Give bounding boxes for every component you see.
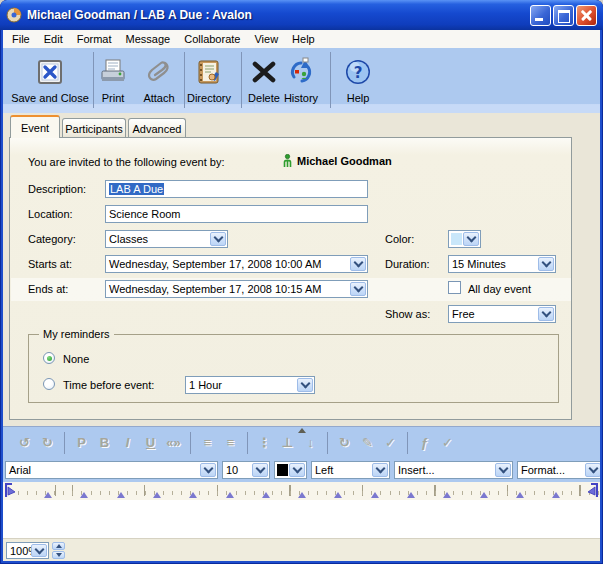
underline-icon: U: [142, 435, 159, 450]
font-size-dropdown[interactable]: 10: [222, 461, 270, 479]
location-input[interactable]: Science Room: [105, 205, 368, 223]
toolbar-separator: [327, 432, 328, 454]
show-as-dropdown[interactable]: Free: [448, 305, 556, 323]
toolbar-button-label: Print: [102, 92, 125, 104]
zoom-dropdown[interactable]: 100%: [6, 542, 49, 559]
chevron-down-icon[interactable]: [210, 232, 226, 246]
bold-icon: B: [96, 435, 113, 450]
duration-label: Duration:: [385, 258, 430, 270]
chevron-down-icon[interactable]: [463, 232, 479, 246]
insert-dropdown[interactable]: Insert...: [394, 461, 513, 479]
tabstop-marker[interactable]: [189, 492, 197, 498]
attach-button[interactable]: Attach: [137, 55, 181, 104]
toolbar-grip-icon[interactable]: [298, 428, 306, 433]
history-button[interactable]: History: [278, 55, 324, 104]
spin-down-button[interactable]: [52, 551, 65, 559]
toolbar-separator: [330, 52, 331, 108]
reminder-time-dropdown[interactable]: 1 Hour: [185, 376, 315, 394]
color-dropdown[interactable]: [448, 230, 481, 248]
directory-button[interactable]: Directory: [182, 55, 236, 104]
accept-edit-icon: ✓: [382, 435, 399, 450]
ends-at-label: Ends at:: [28, 283, 68, 295]
tabstop-marker[interactable]: [516, 492, 524, 498]
tabstop-marker[interactable]: [44, 492, 52, 498]
reminder-time-radio[interactable]: [43, 378, 55, 390]
tabstop-marker[interactable]: [443, 492, 451, 498]
tabstop-marker[interactable]: [480, 492, 488, 498]
minimize-button[interactable]: [530, 5, 551, 26]
reminder-none-radio[interactable]: [43, 352, 55, 364]
chevron-down-icon[interactable]: [297, 378, 313, 392]
category-dropdown[interactable]: Classes: [105, 230, 228, 248]
tabstop-marker[interactable]: [552, 492, 560, 498]
chevron-down-icon[interactable]: [495, 463, 511, 477]
tab-participants[interactable]: Participants: [62, 118, 126, 138]
chevron-down-icon[interactable]: [31, 544, 47, 557]
chevron-down-icon[interactable]: [289, 463, 305, 477]
spin-up-button[interactable]: [52, 542, 65, 550]
font-bar: Arial 10 Left Insert... Format...: [3, 458, 600, 482]
tabstop-marker[interactable]: [298, 492, 306, 498]
ends-at-dropdown[interactable]: Wednesday, September 17, 2008 10:15 AM: [105, 280, 368, 298]
align-dropdown[interactable]: Left: [311, 461, 390, 479]
reminder-time-label: Time before event:: [63, 379, 154, 391]
location-value: Science Room: [109, 208, 181, 220]
chevron-down-icon[interactable]: [252, 463, 268, 477]
font-family-dropdown[interactable]: Arial: [5, 461, 218, 479]
ruler: [3, 482, 600, 500]
right-margin-marker[interactable]: [587, 483, 598, 498]
save-and-close-button[interactable]: Save and Close: [7, 55, 93, 104]
tabstop-marker[interactable]: [371, 492, 379, 498]
tabstop-marker[interactable]: [153, 492, 161, 498]
chevron-down-icon[interactable]: [200, 463, 216, 477]
menu-edit[interactable]: Edit: [37, 31, 70, 47]
menu-view[interactable]: View: [247, 31, 285, 47]
menu-format[interactable]: Format: [70, 31, 119, 47]
font-color-dropdown[interactable]: [274, 461, 307, 479]
history-icon: [284, 55, 318, 89]
chevron-down-icon[interactable]: [350, 282, 366, 296]
chevron-down-icon[interactable]: [538, 257, 554, 271]
tabstop-marker[interactable]: [407, 492, 415, 498]
tabstop-marker[interactable]: [226, 492, 234, 498]
color-label: Color:: [385, 233, 414, 245]
chevron-down-icon[interactable]: [538, 307, 554, 321]
menu-collaborate[interactable]: Collaborate: [177, 31, 247, 47]
toolbar-button-label: History: [284, 92, 318, 104]
close-button[interactable]: [576, 5, 597, 26]
print-button[interactable]: Print: [91, 55, 135, 104]
description-input[interactable]: LAB A Due: [105, 180, 368, 198]
duration-value: 15 Minutes: [452, 258, 506, 270]
tabstop-marker[interactable]: [80, 492, 88, 498]
format-dropdown[interactable]: Format...: [517, 461, 600, 479]
chevron-down-icon[interactable]: [350, 257, 366, 271]
description-value: LAB A Due: [109, 183, 164, 195]
reminder-none-label: None: [63, 353, 89, 365]
tab-advanced[interactable]: Advanced: [128, 118, 186, 138]
left-margin-marker[interactable]: [5, 483, 16, 498]
duration-dropdown[interactable]: 15 Minutes: [448, 255, 556, 273]
spellcheck-icon: ✓: [439, 435, 456, 450]
tabstop-marker[interactable]: [262, 492, 270, 498]
menu-message[interactable]: Message: [119, 31, 178, 47]
person-icon: [283, 154, 292, 167]
menu-help[interactable]: Help: [285, 31, 322, 47]
tab-control: Event Participants Advanced You are invi…: [3, 113, 600, 426]
help-icon: ?: [341, 55, 375, 89]
maximize-button[interactable]: [553, 5, 574, 26]
chevron-down-icon[interactable]: [585, 463, 600, 477]
help-button[interactable]: ? Help: [334, 55, 382, 104]
message-body[interactable]: [3, 500, 600, 538]
chevron-down-icon[interactable]: [372, 463, 388, 477]
menu-file[interactable]: File: [5, 31, 37, 47]
title-bar[interactable]: Michael Goodman / LAB A Due : Avalon: [0, 0, 603, 30]
starts-at-dropdown[interactable]: Wednesday, September 17, 2008 10:00 AM: [105, 255, 368, 273]
all-day-checkbox[interactable]: [448, 281, 461, 294]
tab-event[interactable]: Event: [10, 115, 60, 138]
ends-at-value: Wednesday, September 17, 2008 10:15 AM: [109, 283, 321, 295]
align-value: Left: [315, 464, 333, 476]
tabstop-marker[interactable]: [334, 492, 342, 498]
tabstop-marker[interactable]: [117, 492, 125, 498]
show-as-value: Free: [452, 308, 475, 320]
invited-label: You are invited to the following event b…: [28, 156, 225, 168]
